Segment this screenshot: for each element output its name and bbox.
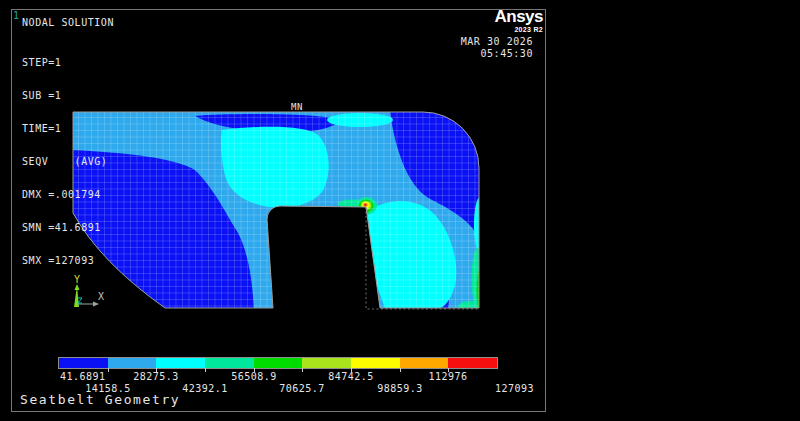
mesh-grid xyxy=(67,106,485,314)
legend-value: 70625.7 xyxy=(279,383,325,394)
legend-tick xyxy=(205,368,206,372)
ansys-logo-text: Ansys xyxy=(400,7,543,26)
seqv-line: SEQV (AVG) xyxy=(22,156,107,167)
ansys-logo: Ansys 2023 R2 xyxy=(400,7,543,34)
legend-seg-3 xyxy=(156,358,205,368)
dmx-line: DMX =.001794 xyxy=(22,189,107,200)
ansys-graphics-screen: 1 xyxy=(0,0,800,421)
legend-seg-4 xyxy=(205,358,254,368)
legend-value: 98859.3 xyxy=(377,383,423,394)
legend-seg-2 xyxy=(108,358,157,368)
smn-line: SMN =41.6891 xyxy=(22,222,107,233)
legend-value: 56508.9 xyxy=(231,371,277,382)
x-axis-label: X xyxy=(98,291,104,302)
legend-value: 112976 xyxy=(428,371,467,382)
legend-value: 28275.3 xyxy=(133,371,179,382)
legend-tick xyxy=(400,368,401,372)
smx-line: SMX =127093 xyxy=(22,255,107,266)
legend-tick xyxy=(108,368,109,372)
result-info-block: STEP=1 SUB =1 TIME=1 SEQV (AVG) DMX =.00… xyxy=(22,35,107,288)
contour-legend-bar xyxy=(58,357,498,369)
legend-value: 14158.5 xyxy=(85,383,131,394)
legend-seg-9 xyxy=(448,358,497,368)
plot-caption: Seatbelt Geometry xyxy=(20,392,180,407)
legend-seg-8 xyxy=(400,358,449,368)
x-axis-arrowhead-icon xyxy=(93,302,99,307)
ansys-version: 2023 R2 xyxy=(400,26,543,34)
legend-value: 42392.1 xyxy=(182,383,228,394)
legend-tick xyxy=(302,368,303,372)
datetime-block: MAR 30 2026 05:45:30 xyxy=(400,36,533,60)
legend-seg-7 xyxy=(351,358,400,368)
time-line: TIME=1 xyxy=(22,123,107,134)
z-axis-mark-icon xyxy=(78,298,82,303)
date-text: MAR 30 2026 xyxy=(400,36,533,48)
min-stress-marker: MN xyxy=(284,102,310,112)
legend-value: 41.6891 xyxy=(60,371,106,382)
legend-seg-6 xyxy=(302,358,351,368)
stress-contours xyxy=(67,106,486,330)
legend-value: 127093 xyxy=(495,383,534,394)
legend-seg-5 xyxy=(254,358,303,368)
sub-line: SUB =1 xyxy=(22,90,107,101)
legend-seg-1 xyxy=(59,358,108,368)
result-title: NODAL SOLUTION xyxy=(22,17,114,28)
time-text: 05:45:30 xyxy=(400,48,533,60)
step-line: STEP=1 xyxy=(22,57,107,68)
legend-value: 84742.5 xyxy=(328,371,374,382)
